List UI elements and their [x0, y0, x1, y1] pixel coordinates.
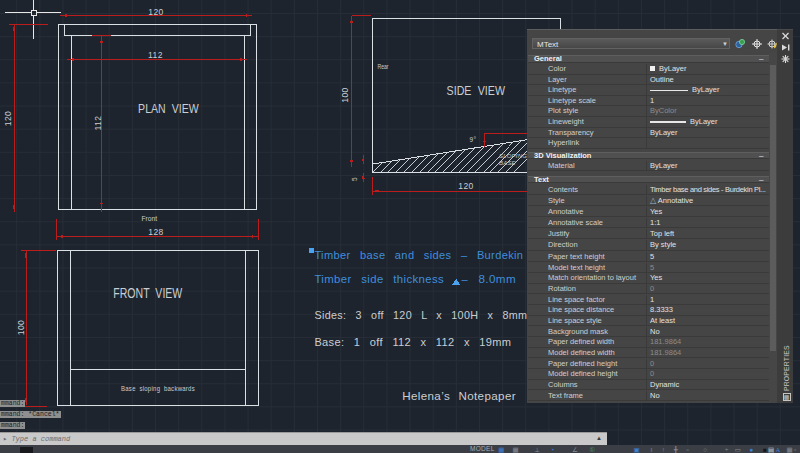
svg-text:8.0mm: 8.0mm	[479, 273, 517, 285]
svg-text:9°: 9°	[469, 136, 476, 143]
svg-text:Timber base and sides – Burdek: Timber base and sides – Burdekin Pl	[314, 249, 543, 261]
svg-text:120: 120	[458, 181, 474, 191]
svg-text:–: –	[462, 273, 469, 285]
svg-text:100: 100	[16, 320, 26, 336]
svg-text:Rear: Rear	[378, 63, 389, 70]
svg-text:Timber side thickness: Timber side thickness	[314, 273, 444, 285]
svg-text:SLOPING: SLOPING	[499, 153, 527, 159]
svg-text:FRONT VIEW: FRONT VIEW	[113, 285, 183, 301]
svg-text:112: 112	[93, 115, 103, 130]
svg-text:Sides: 3 off 120 L x 100H x 8m: Sides: 3 off 120 L x 100H x 8mm	[314, 309, 527, 321]
svg-text:112: 112	[148, 50, 163, 60]
svg-text:120: 120	[3, 111, 13, 127]
svg-text:SIDE VIEW: SIDE VIEW	[447, 83, 506, 98]
svg-text:Helena’s Notepaper: Helena’s Notepaper	[402, 390, 516, 402]
svg-text:Base sloping backwards: Base sloping backwards	[121, 385, 195, 393]
svg-text:Base: 1 off 112 x 112 x 19mm: Base: 1 off 112 x 112 x 19mm	[314, 336, 511, 348]
svg-text:BASE: BASE	[499, 160, 517, 166]
svg-text:128: 128	[148, 227, 164, 237]
svg-text:Front: Front	[142, 215, 158, 222]
svg-text:5: 5	[351, 177, 358, 181]
svg-text:100: 100	[340, 87, 350, 103]
svg-text:120: 120	[148, 7, 164, 17]
svg-text:PLAN VIEW: PLAN VIEW	[138, 101, 199, 116]
